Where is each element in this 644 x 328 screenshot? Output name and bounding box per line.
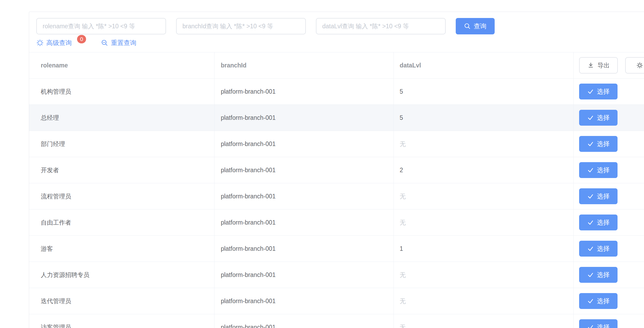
- cell-rolename: 开发者: [29, 157, 214, 183]
- select-button-label: 选择: [597, 271, 610, 279]
- cell-actions: 选择: [574, 157, 644, 183]
- cell-datalvl: 无: [394, 183, 574, 209]
- cell-rolename: 机构管理员: [29, 79, 214, 104]
- cell-datalvl: 5: [394, 105, 574, 131]
- cell-rolename: 总经理: [29, 105, 214, 131]
- cell-rolename: 流程管理员: [29, 183, 214, 209]
- cell-rolename: 人力资源招聘专员: [29, 262, 214, 288]
- cell-branchid: platform-branch-001: [214, 79, 394, 104]
- select-button[interactable]: 选择: [579, 293, 618, 309]
- select-button-label: 选择: [597, 87, 610, 96]
- datalvl-search-input[interactable]: [316, 18, 446, 34]
- cell-branchid: platform-branch-001: [214, 236, 394, 262]
- search-bar: 查询: [29, 12, 644, 34]
- column-header-rolename: rolename: [29, 52, 214, 78]
- download-icon: [587, 62, 594, 69]
- cell-datalvl: 2: [394, 157, 574, 183]
- table-row: 机构管理员 platform-branch-001 5 选择: [29, 79, 644, 105]
- cell-datalvl: 无: [394, 131, 574, 157]
- cell-actions: 选择: [574, 262, 644, 288]
- table-row: 流程管理员 platform-branch-001 无 选择: [29, 183, 644, 209]
- query-button[interactable]: 查询: [456, 18, 495, 34]
- export-button-label: 导出: [598, 61, 610, 70]
- check-icon: [587, 219, 594, 226]
- cell-rolename: 游客: [29, 236, 214, 262]
- cell-actions: 选择: [574, 105, 644, 131]
- select-button[interactable]: 选择: [579, 110, 618, 126]
- check-icon: [587, 324, 594, 328]
- query-links-row: 高级查询 0 重置查询: [29, 37, 644, 49]
- burst-icon: [36, 39, 44, 47]
- cell-datalvl: 1: [394, 236, 574, 262]
- select-button[interactable]: 选择: [579, 241, 618, 257]
- cell-branchid: platform-branch-001: [214, 157, 394, 183]
- select-button-label: 选择: [597, 244, 610, 253]
- column-header-branchid: branchId: [214, 52, 394, 78]
- check-icon: [587, 114, 594, 121]
- cell-actions: 选择: [574, 314, 644, 328]
- check-icon: [587, 167, 594, 174]
- cell-datalvl: 无: [394, 209, 574, 235]
- select-button-label: 选择: [597, 113, 610, 122]
- rolename-search-input[interactable]: [36, 18, 166, 34]
- select-button-label: 选择: [597, 166, 610, 174]
- cell-branchid: platform-branch-001: [214, 105, 394, 131]
- table-toolbar: 导出: [574, 52, 644, 78]
- content-card: 查询 高级查询 0: [29, 12, 644, 328]
- table-row: 部门经理 platform-branch-001 无 选择: [29, 131, 644, 157]
- table-row: 访客管理员 platform-branch-001 无 选择: [29, 314, 644, 328]
- cell-datalvl: 无: [394, 288, 574, 314]
- cell-datalvl: 5: [394, 79, 574, 104]
- table-row: 人力资源招聘专员 platform-branch-001 无 选择: [29, 262, 644, 288]
- table-header: rolename branchId dataLvl 导出: [29, 52, 644, 79]
- reset-query-label: 重置查询: [111, 39, 136, 47]
- check-icon: [587, 271, 594, 278]
- cell-branchid: platform-branch-001: [214, 314, 394, 328]
- zoom-out-icon: [101, 39, 108, 47]
- cell-datalvl: 无: [394, 314, 574, 328]
- table-row: 迭代管理员 platform-branch-001 无 选择: [29, 288, 644, 314]
- table-row: 总经理 platform-branch-001 5 选择: [29, 105, 644, 131]
- query-button-label: 查询: [474, 22, 486, 30]
- select-button[interactable]: 选择: [579, 84, 618, 99]
- roles-table: rolename branchId dataLvl 导出: [29, 52, 644, 328]
- check-icon: [587, 245, 594, 252]
- cell-branchid: platform-branch-001: [214, 131, 394, 157]
- export-button[interactable]: 导出: [579, 57, 618, 74]
- select-button-label: 选择: [597, 323, 610, 328]
- cell-actions: 选择: [574, 131, 644, 157]
- advanced-query-label: 高级查询: [46, 39, 72, 47]
- cell-datalvl: 无: [394, 262, 574, 288]
- cell-actions: 选择: [574, 236, 644, 262]
- check-icon: [587, 193, 594, 200]
- select-button-label: 选择: [597, 297, 610, 305]
- table-row: 自由工作者 platform-branch-001 无 选择: [29, 209, 644, 236]
- branchid-search-input[interactable]: [176, 18, 306, 34]
- table-body: 机构管理员 platform-branch-001 5 选择 总经理 platf…: [29, 79, 644, 328]
- cell-actions: 选择: [574, 288, 644, 314]
- select-button[interactable]: 选择: [579, 267, 618, 283]
- advanced-query-link[interactable]: 高级查询 0: [36, 39, 86, 47]
- cell-branchid: platform-branch-001: [214, 262, 394, 288]
- select-button[interactable]: 选择: [579, 215, 618, 230]
- cell-actions: 选择: [574, 79, 644, 104]
- cell-actions: 选择: [574, 209, 644, 235]
- select-button[interactable]: 选择: [579, 162, 618, 178]
- select-button[interactable]: 选择: [579, 319, 618, 328]
- check-icon: [587, 298, 594, 304]
- search-icon: [464, 23, 471, 30]
- cell-rolename: 访客管理员: [29, 314, 214, 328]
- select-button[interactable]: 选择: [579, 136, 618, 152]
- advanced-query-badge: 0: [77, 35, 86, 43]
- cell-rolename: 自由工作者: [29, 209, 214, 235]
- reset-query-link[interactable]: 重置查询: [101, 39, 136, 47]
- select-button-label: 选择: [597, 192, 610, 201]
- column-header-datalvl: dataLvl: [394, 52, 574, 78]
- table-row: 开发者 platform-branch-001 2 选择: [29, 157, 644, 183]
- select-button-label: 选择: [597, 218, 610, 227]
- config-button[interactable]: 配: [625, 57, 644, 74]
- select-button[interactable]: 选择: [579, 188, 618, 204]
- cell-branchid: platform-branch-001: [214, 288, 394, 314]
- cell-rolename: 迭代管理员: [29, 288, 214, 314]
- cell-branchid: platform-branch-001: [214, 209, 394, 235]
